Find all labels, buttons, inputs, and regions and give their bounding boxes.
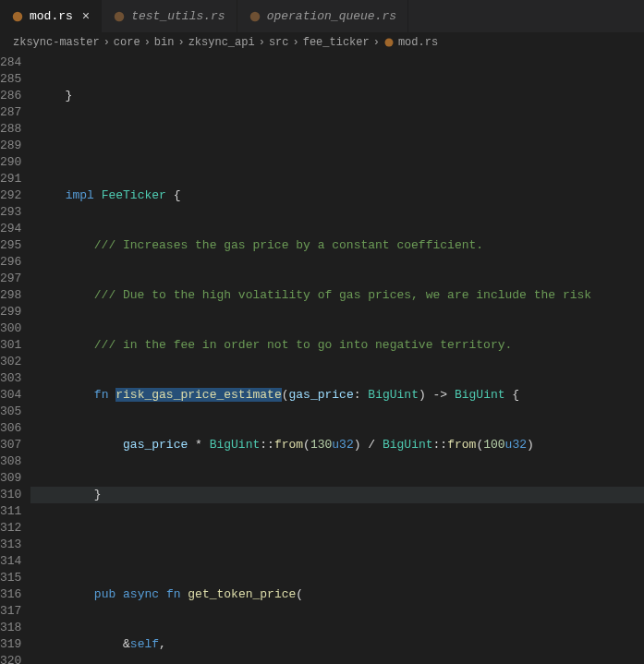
- line-number: 297: [0, 271, 21, 287]
- code-line[interactable]: fn risk_gas_price_estimate(gas_price: Bi…: [30, 387, 644, 404]
- line-number: 300: [0, 320, 21, 337]
- line-number: 287: [0, 104, 21, 121]
- line-number: 292: [0, 187, 21, 204]
- chevron-right-icon: ›: [144, 36, 151, 49]
- line-number: 289: [0, 138, 21, 154]
- line-number: 303: [0, 370, 21, 387]
- tab-operation-queue-rs[interactable]: operation_queue.rs: [237, 0, 408, 32]
- code-area[interactable]: } impl FeeTicker { /// Increases the gas…: [30, 53, 644, 664]
- line-number: 312: [0, 520, 21, 537]
- line-number-gutter: 2842852862872882892902912922932942952962…: [0, 53, 30, 664]
- line-number: 293: [0, 204, 21, 221]
- code-line[interactable]: [30, 537, 644, 553]
- chevron-right-icon: ›: [177, 36, 184, 49]
- rust-file-icon: [11, 10, 24, 23]
- line-number: 294: [0, 221, 21, 237]
- line-number: 307: [0, 437, 21, 453]
- line-number: 313: [0, 537, 21, 553]
- code-line[interactable]: &self,: [30, 636, 644, 653]
- chevron-right-icon: ›: [103, 36, 110, 49]
- crumb[interactable]: zksync-master: [13, 36, 100, 49]
- line-number: 288: [0, 121, 21, 138]
- line-number: 286: [0, 88, 21, 104]
- line-number: 298: [0, 287, 21, 304]
- line-number: 302: [0, 354, 21, 370]
- line-number: 285: [0, 71, 21, 88]
- svg-point-2: [249, 11, 260, 21]
- code-line[interactable]: /// Due to the high volatility of gas pr…: [30, 287, 644, 304]
- line-number: 309: [0, 470, 21, 487]
- rust-file-icon: [113, 10, 126, 23]
- code-line[interactable]: pub async fn get_token_price(: [30, 586, 644, 603]
- line-number: 305: [0, 404, 21, 420]
- crumb[interactable]: fee_ticker: [303, 36, 370, 49]
- tab-test-utils-rs[interactable]: test_utils.rs: [102, 0, 237, 32]
- tab-label: test_utils.rs: [131, 9, 225, 23]
- chevron-right-icon: ›: [292, 36, 298, 49]
- line-number: 310: [0, 487, 21, 503]
- svg-point-1: [115, 11, 125, 21]
- code-line[interactable]: /// in the fee in order not to go into n…: [30, 337, 644, 354]
- editor-pane: 2842852862872882892902912922932942952962…: [0, 53, 644, 664]
- line-number: 291: [0, 171, 21, 187]
- line-number: 308: [0, 453, 21, 470]
- code-line[interactable]: /// Increases the gas price by a constan…: [30, 237, 644, 254]
- code-line[interactable]: gas_price * BigUint::from(130u32) / BigU…: [30, 437, 644, 453]
- line-number: 301: [0, 337, 21, 354]
- line-number: 306: [0, 420, 21, 437]
- chevron-right-icon: ›: [259, 36, 265, 49]
- line-number: 299: [0, 304, 21, 320]
- line-number: 315: [0, 570, 21, 586]
- editor-tabs: mod.rs × test_utils.rs operation_queue.r…: [0, 0, 644, 32]
- code-line[interactable]: }: [30, 88, 644, 104]
- tab-mod-rs[interactable]: mod.rs ×: [0, 0, 102, 32]
- code-line-active[interactable]: }: [30, 487, 644, 503]
- line-number: 318: [0, 620, 21, 636]
- code-line[interactable]: [30, 138, 644, 154]
- breadcrumb[interactable]: zksync-master› core› bin› zksync_api› sr…: [0, 32, 644, 53]
- line-number: 317: [0, 603, 21, 620]
- line-number: 314: [0, 553, 21, 570]
- line-number: 295: [0, 237, 21, 254]
- tab-label: mod.rs: [30, 9, 73, 23]
- line-number: 304: [0, 387, 21, 404]
- rust-file-icon: [249, 10, 261, 23]
- crumb[interactable]: core: [114, 36, 140, 49]
- code-line[interactable]: impl FeeTicker {: [30, 187, 644, 204]
- svg-point-3: [384, 39, 393, 47]
- crumb[interactable]: src: [269, 36, 289, 49]
- line-number: 296: [0, 254, 21, 271]
- line-number: 311: [0, 503, 21, 520]
- line-number: 290: [0, 154, 21, 171]
- svg-point-0: [13, 11, 23, 21]
- line-number: 316: [0, 586, 21, 603]
- crumb[interactable]: mod.rs: [398, 36, 438, 49]
- crumb[interactable]: zksync_api: [188, 36, 255, 49]
- line-number: 319: [0, 636, 21, 653]
- tab-label: operation_queue.rs: [267, 9, 396, 23]
- rust-file-icon: [383, 37, 395, 48]
- chevron-right-icon: ›: [373, 36, 380, 49]
- line-number: 284: [0, 54, 21, 71]
- crumb[interactable]: bin: [154, 36, 175, 49]
- line-number: 320: [0, 653, 21, 664]
- close-icon[interactable]: ×: [82, 9, 90, 24]
